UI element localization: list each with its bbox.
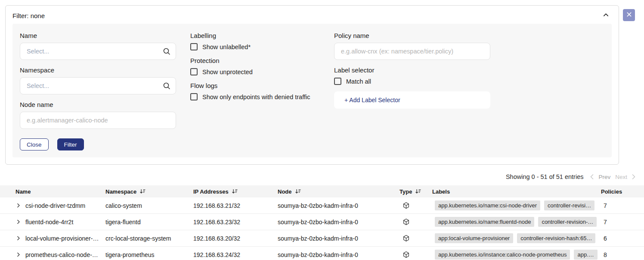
endpoint-name: fluentd-node-4rr2t xyxy=(25,219,73,226)
label-badge: app:local-volume-provisioner xyxy=(435,233,513,243)
policies-count: 6 xyxy=(601,235,644,242)
match-all-checkbox-row[interactable]: Match all xyxy=(334,78,490,85)
chevron-right-icon[interactable] xyxy=(632,174,635,179)
checkbox-unchecked[interactable] xyxy=(190,93,198,100)
name-select-input[interactable] xyxy=(20,43,176,60)
label-badge: app.kubernetes.io/name:fluentd-node xyxy=(435,217,534,227)
endpoint-ip: 192.168.63.20/32 xyxy=(193,235,278,242)
column-label: Name xyxy=(15,188,31,195)
name-field-label: Name xyxy=(20,32,176,39)
filter-panel-header: Filter: none xyxy=(6,6,619,24)
table-header-row: Name Namespace IP Addresses Node Type La… xyxy=(0,185,644,197)
endpoint-namespace: calico-system xyxy=(105,202,193,209)
pod-icon xyxy=(402,218,432,226)
expand-row-button[interactable] xyxy=(15,252,21,257)
filter-title: Filter: none xyxy=(12,12,45,19)
policy-name-input[interactable] xyxy=(334,43,490,60)
policies-count: 7 xyxy=(601,219,644,226)
expand-row-button[interactable] xyxy=(15,219,21,225)
column-header[interactable]: Type xyxy=(399,188,432,195)
endpoint-node: soumya-bz-0zbo-kadm-infra-0 xyxy=(278,251,399,258)
dismiss-filter-button[interactable] xyxy=(623,9,635,21)
pod-icon xyxy=(402,235,432,242)
show-unprotected-label: Show unprotected xyxy=(202,69,253,75)
show-unlabelled-checkbox-row[interactable]: Show unlabelled* xyxy=(190,43,320,50)
endpoint-ip: 192.168.63.24/32 xyxy=(193,251,278,258)
entries-summary: Showing 0 - 51 of 51 entries xyxy=(506,173,584,180)
endpoint-namespace: tigera-fluentd xyxy=(105,219,193,226)
node-name-field-label: Node name xyxy=(20,101,176,108)
labels-cell: app:local-volume-provisionercontroller-r… xyxy=(432,233,601,243)
filter-form: Name Namespace Node name Close Filt xyxy=(12,24,612,157)
labels-cell: app.kubernetes.io/name:csi-node-driverco… xyxy=(432,200,601,210)
namespace-select-input[interactable] xyxy=(20,77,176,94)
column-label: IP Addresses xyxy=(193,188,229,195)
show-unprotected-checkbox-row[interactable]: Show unprotected xyxy=(190,68,320,75)
labelling-heading: Labelling xyxy=(190,32,320,39)
table-row[interactable]: prometheus-calico-node-… tigera-promethe… xyxy=(0,247,644,260)
column-header[interactable]: Namespace xyxy=(105,188,193,195)
labels-cell: app.kubernetes.io/name:fluentd-nodecontr… xyxy=(432,217,601,227)
table-row[interactable]: fluentd-node-4rr2t tigera-fluentd 192.16… xyxy=(0,214,644,230)
chevron-right-icon xyxy=(15,235,21,241)
column-label: Policies xyxy=(601,188,622,195)
node-name-input[interactable] xyxy=(20,112,176,129)
table-row[interactable]: csi-node-driver-tzdmm calico-system 192.… xyxy=(0,197,644,214)
sort-icon[interactable] xyxy=(295,189,301,194)
policy-name-field-label: Policy name xyxy=(334,32,490,39)
next-page-button[interactable]: Next xyxy=(615,174,627,180)
filter-button[interactable]: Filter xyxy=(57,138,84,150)
label-selector-heading: Label selector xyxy=(334,66,490,74)
close-button[interactable]: Close xyxy=(20,138,49,150)
flow-logs-heading: Flow logs xyxy=(190,82,320,89)
checkbox-unchecked[interactable] xyxy=(334,78,341,85)
column-label: Type xyxy=(399,188,412,195)
close-icon xyxy=(626,12,632,19)
endpoints-table: Name Namespace IP Addresses Node Type La… xyxy=(0,185,644,260)
policies-count: 7 xyxy=(601,202,644,209)
checkbox-unchecked[interactable] xyxy=(190,68,198,75)
label-badge: controller-revision-… xyxy=(538,217,597,227)
label-badge: app.… xyxy=(574,250,597,260)
endpoint-namespace: crc-local-storage-system xyxy=(105,235,193,242)
show-unlabelled-label: Show unlabelled* xyxy=(202,44,251,50)
endpoint-node: soumya-bz-0zbo-kadm-infra-0 xyxy=(278,202,399,209)
pod-icon xyxy=(402,202,432,209)
column-header[interactable]: Name xyxy=(0,188,105,195)
match-all-label: Match all xyxy=(346,78,371,85)
sort-icon[interactable] xyxy=(415,189,421,194)
sort-icon[interactable] xyxy=(232,189,238,194)
table-body: csi-node-driver-tzdmm calico-system 192.… xyxy=(0,197,644,260)
labels-cell: app.kubernetes.io/instance:calico-node-p… xyxy=(432,250,601,260)
pod-icon xyxy=(402,251,432,258)
denied-traffic-checkbox-row[interactable]: Show only endpoints with denied traffic xyxy=(190,93,320,100)
label-badge: app.kubernetes.io/instance:calico-node-p… xyxy=(435,250,570,260)
expand-row-button[interactable] xyxy=(15,203,21,208)
endpoint-node: soumya-bz-0zbo-kadm-infra-0 xyxy=(278,219,399,226)
chevron-left-icon[interactable] xyxy=(590,174,594,179)
checkbox-unchecked[interactable] xyxy=(190,43,198,50)
chevron-up-icon xyxy=(603,12,609,19)
table-row[interactable]: local-volume-provisioner-… crc-local-sto… xyxy=(0,230,644,247)
denied-traffic-label: Show only endpoints with denied traffic xyxy=(202,94,310,100)
protection-heading: Protection xyxy=(190,57,320,64)
endpoint-namespace: tigera-prometheus xyxy=(105,251,193,258)
endpoint-ip: 192.168.63.21/32 xyxy=(193,202,278,209)
endpoint-name: local-volume-provisioner-… xyxy=(25,235,99,242)
label-badge: controller-revision-hash:65… xyxy=(517,233,595,243)
chevron-right-icon xyxy=(15,219,21,225)
expand-row-button[interactable] xyxy=(15,235,21,241)
column-header[interactable]: IP Addresses xyxy=(193,188,278,195)
add-label-selector-button[interactable]: + Add Label Selector xyxy=(334,91,490,109)
column-header[interactable]: Labels xyxy=(432,188,601,195)
column-header[interactable]: Policies xyxy=(601,188,644,195)
filter-panel: Filter: none Name Namespace xyxy=(5,5,619,165)
collapse-panel-button[interactable] xyxy=(603,12,609,19)
prev-page-button[interactable]: Prev xyxy=(598,174,610,180)
column-label: Namespace xyxy=(105,188,136,195)
column-header[interactable]: Node xyxy=(278,188,399,195)
endpoint-name: csi-node-driver-tzdmm xyxy=(25,202,85,209)
label-badge: app.kubernetes.io/name:csi-node-driver xyxy=(435,200,540,210)
sort-icon[interactable] xyxy=(139,189,146,194)
policies-count: 8 xyxy=(601,251,644,258)
